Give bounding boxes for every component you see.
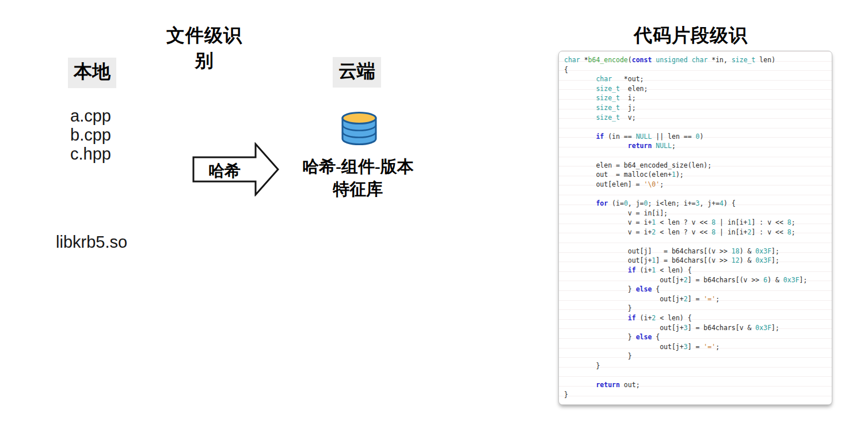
- code-line: out[j+3] = '=';: [564, 342, 828, 352]
- hash-arrow-label: 哈希: [193, 160, 256, 182]
- code-line: }: [564, 361, 828, 371]
- code-line: out[j+1] = b64chars[(v >> 12) & 0x3F];: [564, 256, 828, 266]
- code-block: char *b64_encode(const unsigned char *in…: [564, 55, 828, 399]
- diagram-canvas: 文件级识别 本地 a.cppb.cppc.hpp libkrb5.so 哈希 云…: [0, 0, 868, 424]
- code-line: for (i=0, j=0; i<len; i+=3, j+=4) {: [564, 199, 828, 209]
- code-line: return out;: [564, 380, 828, 390]
- code-line: if (i+1 < len) {: [564, 266, 828, 275]
- code-line: [564, 237, 828, 247]
- code-line: size_t v;: [564, 113, 828, 123]
- file-item: b.cpp: [70, 126, 111, 145]
- file-item: c.hpp: [70, 145, 111, 164]
- code-line: out[elen] = '\0';: [564, 180, 828, 190]
- file-item: a.cpp: [70, 107, 111, 126]
- file-list: a.cppb.cppc.hpp: [70, 107, 111, 164]
- code-line: v = in[i];: [564, 209, 828, 218]
- db-caption-line1: 哈希-组件-版本: [289, 156, 427, 178]
- library-label: libkrb5.so: [56, 233, 127, 252]
- left-section-title: 文件级识别: [158, 23, 250, 74]
- code-line: out[j+2] = '=';: [564, 294, 828, 304]
- code-line: }: [564, 351, 828, 361]
- code-line: v = i+2 < len ? v << 8 | in[i+2] : v << …: [564, 228, 828, 237]
- code-line: out[j+3] = b64chars[v & 0x3F];: [564, 323, 828, 333]
- code-box: char *b64_encode(const unsigned char *in…: [558, 51, 832, 405]
- code-line: if (in == NULL || len == 0): [564, 132, 828, 142]
- code-line: size_t j;: [564, 103, 828, 113]
- code-line: }: [564, 304, 828, 313]
- code-line: size_t i;: [564, 93, 828, 103]
- code-line: [564, 122, 828, 132]
- db-cylinder-top: [342, 113, 376, 124]
- code-line: {: [564, 65, 828, 75]
- code-line: out = malloc(elen+1);: [564, 170, 828, 180]
- code-line: [564, 151, 828, 161]
- code-line: if (i+2 < len) {: [564, 313, 828, 323]
- code-line: } else {: [564, 332, 828, 342]
- code-line: }: [564, 390, 828, 400]
- code-line: out[j] = b64chars[(v >> 18) & 0x3F];: [564, 247, 828, 256]
- code-line: return NULL;: [564, 141, 828, 151]
- db-caption-line2: 特征库: [289, 178, 427, 200]
- code-line: char *out;: [564, 74, 828, 84]
- code-line: } else {: [564, 285, 828, 294]
- code-line: out[j+2] = b64chars[(v >> 6) & 0x3F];: [564, 275, 828, 285]
- code-line: elen = b64_encoded_size(len);: [564, 161, 828, 171]
- code-line: char *b64_encode(const unsigned char *in…: [564, 55, 828, 65]
- code-line: size_t elen;: [564, 84, 828, 94]
- code-line: [564, 371, 828, 381]
- code-line: [564, 189, 828, 199]
- code-line: v = i+1 < len ? v << 8 | in[i+1] : v << …: [564, 218, 828, 228]
- local-label: 本地: [68, 58, 116, 88]
- db-caption: 哈希-组件-版本 特征库: [289, 156, 427, 200]
- database-icon: [340, 111, 379, 147]
- cloud-label: 云端: [333, 57, 381, 88]
